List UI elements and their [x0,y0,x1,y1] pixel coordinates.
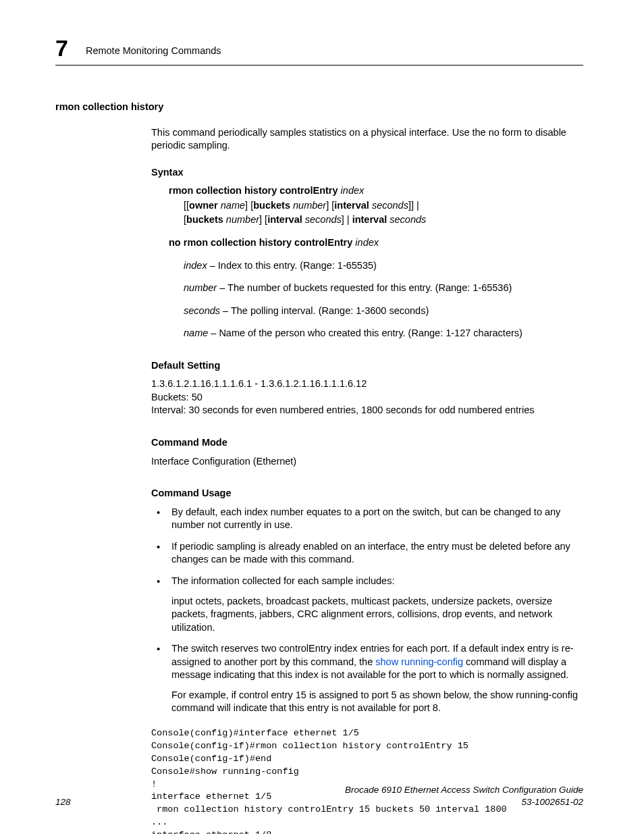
code-block: Console(config)#interface ethernet 1/5 C… [151,727,583,834]
syntax-line-2: [[owner name] [buckets number] [interval… [184,199,583,213]
chapter-title: Remote Monitoring Commands [86,45,221,59]
list-item-sub: input octets, packets, broadcast packets… [171,595,583,635]
intro-paragraph: This command periodically samples statis… [151,126,583,153]
default-setting-heading: Default Setting [151,359,583,373]
list-item: By default, each index number equates to… [151,506,583,532]
page: 7 Remote Monitoring Commands rmon collec… [0,0,644,834]
page-footer: 128 Brocade 6910 Ethernet Access Switch … [55,784,583,808]
list-item: The switch reserves two controlEntry ind… [151,642,583,715]
syntax-no-command: no rmon collection history controlEntry … [169,236,583,250]
page-number: 128 [55,796,71,808]
syntax-cmd: rmon collection history controlEntry [169,185,338,196]
param-number: number – The number of buckets requested… [184,282,583,295]
list-item-sub: For example, if control entry 15 is assi… [171,689,583,715]
syntax-index: index [338,185,365,196]
command-usage-heading: Command Usage [151,487,583,500]
command-mode-text: Interface Configuration (Ethernet) [151,455,583,469]
footer-right: Brocade 6910 Ethernet Access Switch Conf… [345,784,583,808]
list-item: If periodic sampling is already enabled … [151,540,583,567]
syntax-command: rmon collection history controlEntry ind… [169,184,583,227]
param-index: index – Index to this entry. (Range: 1-6… [184,259,583,273]
parameter-list: index – Index to this entry. (Range: 1-6… [184,259,583,340]
list-item: The information collected for each sampl… [151,575,583,634]
default-setting-line1: 1.3.6.1.2.1.16.1.1.1.6.1 - 1.3.6.1.2.1.1… [151,377,583,391]
syntax-heading: Syntax [151,166,583,180]
default-setting-line2: Buckets: 50 [151,391,583,405]
doc-title: Brocade 6910 Ethernet Access Switch Conf… [345,784,583,796]
doc-id: 53-1002651-02 [345,796,583,808]
show-running-config-link[interactable]: show running-config [375,656,463,667]
param-seconds: seconds – The polling interval. (Range: … [184,305,583,318]
page-header: 7 Remote Monitoring Commands [55,36,583,66]
chapter-number: 7 [55,36,68,59]
command-usage-list: By default, each index number equates to… [151,506,583,715]
syntax-no-line: no rmon collection history controlEntry … [169,236,583,250]
param-name: name – Name of the person who created th… [184,327,583,340]
syntax-line-1: rmon collection history controlEntry ind… [169,184,583,198]
command-mode-heading: Command Mode [151,436,583,450]
body-column: This command periodically samples statis… [151,126,583,834]
default-setting-line3: Interval: 30 seconds for even numbered e… [151,404,583,417]
syntax-line-3: [buckets number] [interval seconds] | in… [184,213,583,227]
section-title: rmon collection history [55,101,583,114]
